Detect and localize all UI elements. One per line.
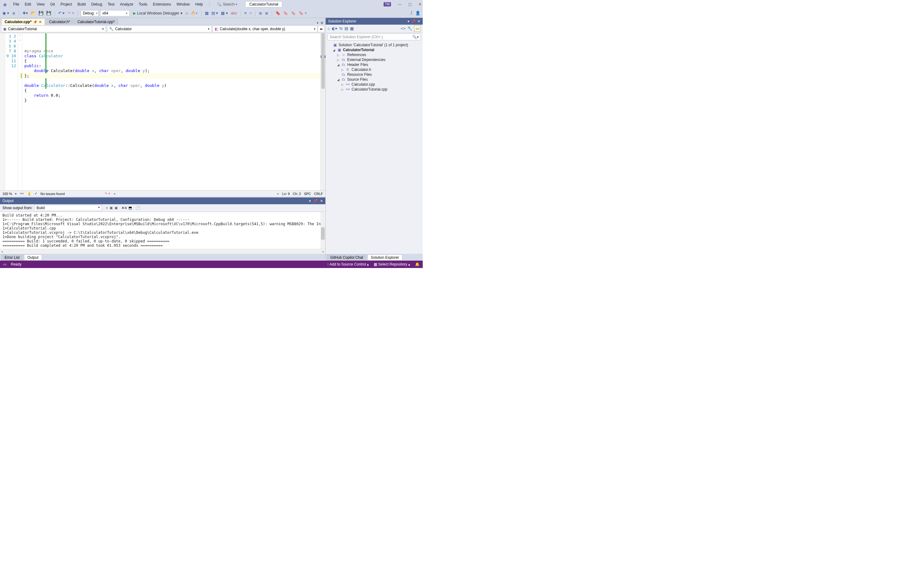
menu-analyze[interactable]: Analyze <box>119 1 134 8</box>
nav-left-icon[interactable]: ◂ <box>113 191 115 196</box>
tb-icon-1[interactable]: ▦ <box>204 11 209 15</box>
expand-icon[interactable]: ▷ <box>341 83 344 86</box>
output-source-combo[interactable]: Build▾ <box>34 205 102 211</box>
menu-tools[interactable]: Tools <box>138 1 148 8</box>
toggle-wrap-button[interactable]: ⬒ <box>129 206 132 210</box>
se-search-input[interactable]: Search Solution Explorer (Ctrl+;) 🔍▾ <box>328 34 421 40</box>
open-file-button[interactable]: 📂 <box>30 11 36 15</box>
menu-file[interactable]: File <box>12 1 20 8</box>
save-all-button[interactable]: 💾 <box>46 11 52 15</box>
collapse-icon[interactable]: ◢ <box>337 78 340 81</box>
minimize-button[interactable]: — <box>398 2 401 7</box>
nav-back-button[interactable]: ◉ ▾ <box>2 11 10 15</box>
start-no-debug-button[interactable]: ▷ <box>186 11 188 15</box>
menu-project[interactable]: Project <box>59 1 73 8</box>
close-tab-icon[interactable]: ✕ <box>39 20 41 24</box>
notifications-icon[interactable]: 🔔 <box>415 262 420 267</box>
switcher-icon[interactable]: ◐▾ <box>332 26 337 31</box>
tab-tutorial-cpp[interactable]: CalculatorTutorial.cpp* <box>74 18 118 25</box>
tb-icon-2[interactable]: ▤ ▾ <box>211 11 219 15</box>
goto-prev-button[interactable]: ≣ <box>110 206 113 210</box>
undo-button[interactable]: ↶ ▾ <box>58 11 66 15</box>
screwdriver-icon[interactable]: ✎ ▾ <box>105 191 110 196</box>
nav-right-icon[interactable]: ▸ <box>277 191 279 196</box>
member-combo[interactable]: ◧Calculate(double x, char oper, double y… <box>213 26 318 32</box>
menu-help[interactable]: Help <box>195 1 204 8</box>
platform-combo[interactable]: x64▾ <box>100 10 130 16</box>
pin-icon[interactable]: 📌 <box>314 199 318 203</box>
abc-icon[interactable]: abc <box>230 11 238 15</box>
close-panel-icon[interactable]: ✕ <box>417 20 420 23</box>
calculator-h-node[interactable]: ▷hCalculator.h <box>328 67 420 72</box>
resource-files-node[interactable]: 🗀Resource Files <box>328 72 420 77</box>
home-icon[interactable]: ⌂ <box>328 26 330 31</box>
lineending-indicator[interactable]: CRLF <box>314 192 323 196</box>
tab-calculator-h[interactable]: Calculator.h* <box>46 18 73 25</box>
close-button[interactable]: ✕ <box>418 2 421 7</box>
menu-view[interactable]: View <box>36 1 46 8</box>
split-editor-button[interactable]: ⬌ <box>318 26 324 32</box>
error-lens-icon[interactable]: 👓 <box>20 191 24 196</box>
goto-next-button[interactable]: ≣ <box>115 206 118 210</box>
indent-button[interactable]: ≣ <box>258 11 263 15</box>
tab-copilot-chat[interactable]: GitHub Copilot Chat <box>327 254 366 260</box>
tab-calculator-cpp[interactable]: Calculator.cpp* 📌 ✕ <box>1 18 45 25</box>
chevron-down-icon[interactable]: ▾ <box>15 192 16 195</box>
show-all-icon[interactable]: ▦ <box>350 26 354 31</box>
source-files-node[interactable]: ◢🗀Source Files <box>328 77 420 82</box>
code-editor[interactable]: 1 2 3 4 5 6 7 8 9 10 11 12 ˅ ˅ #pragma o… <box>0 33 325 190</box>
tab-overflow-icon[interactable]: ▾ <box>317 21 318 25</box>
scrollbar-thumb[interactable] <box>321 33 325 89</box>
expand-icon[interactable]: ▷ <box>337 58 340 62</box>
close-panel-icon[interactable]: ✕ <box>320 199 323 203</box>
output-scrollbar[interactable] <box>320 212 325 249</box>
quick-launch-search[interactable]: 🔍 Search ▾ <box>217 2 237 7</box>
menu-extensions[interactable]: Extensions <box>152 1 172 8</box>
live-share-icon[interactable]: ⤴ <box>410 11 413 15</box>
zoom-level[interactable]: 100 % <box>2 192 12 196</box>
fold-column[interactable]: ˅ ˅ <box>18 33 23 190</box>
tab-solution-explorer[interactable]: Solution Explorer <box>368 254 403 260</box>
bookmark-button[interactable]: 🔖 <box>275 11 281 15</box>
scope-combo[interactable]: ▣CalculatorTutorial▾ <box>1 26 106 32</box>
dropdown-icon[interactable]: ▾ <box>408 20 409 23</box>
references-node[interactable]: ▷▫▫References <box>328 53 420 57</box>
code-text[interactable]: #pragma onceclass Calculator{public: dou… <box>23 33 320 190</box>
menu-debug[interactable]: Debug <box>90 1 103 8</box>
tutorial-cpp-node[interactable]: ▷++CalculatorTutorial.cpp <box>328 87 420 92</box>
properties-icon[interactable]: 🔧 <box>407 26 412 31</box>
dropdown-icon[interactable]: ▾ <box>309 199 311 203</box>
tab-output[interactable]: Output <box>24 254 42 260</box>
output-text[interactable]: Build started at 4:20 PM... 1>------ Bui… <box>0 212 325 249</box>
output-h-scroll[interactable]: ◂▸ <box>0 249 325 254</box>
menu-build[interactable]: Build <box>77 1 87 8</box>
lightbulb-icon[interactable]: 💡 <box>27 191 31 196</box>
timestamp-button[interactable]: 🕐 <box>135 206 140 210</box>
maximize-button[interactable]: ▢ <box>408 2 412 7</box>
external-deps-node[interactable]: ▷🗀External Dependencies <box>328 57 420 62</box>
collapse-icon[interactable]: ◢ <box>337 63 340 66</box>
scrollbar-thumb[interactable] <box>321 227 325 240</box>
account-badge-icon[interactable]: TW <box>384 2 391 7</box>
clear-output-button[interactable]: ✕≡ <box>121 206 127 210</box>
class-combo[interactable]: 🔧Calculator▾ <box>107 26 212 32</box>
vertical-scrollbar[interactable] <box>320 33 325 190</box>
preview-icon[interactable]: ▭ <box>414 25 421 32</box>
project-node[interactable]: ◢▣CalculatorTutorial <box>328 48 420 53</box>
code-icon[interactable]: <> <box>401 26 406 31</box>
menu-edit[interactable]: Edit <box>24 1 32 8</box>
solution-node[interactable]: ▣Solution 'CalculatorTutorial' (1 of 1 p… <box>328 43 420 48</box>
collapse-icon[interactable]: ▤ <box>345 26 348 31</box>
add-to-source-control[interactable]: ↑ Add to Source Control ▴ <box>327 262 369 267</box>
expand-icon[interactable]: ▷ <box>337 53 340 57</box>
save-button[interactable]: 💾 <box>38 11 44 15</box>
select-repository[interactable]: ▦ Select Repository ▴ <box>374 262 410 267</box>
outdent-button[interactable]: ≣ <box>264 11 269 15</box>
new-item-button[interactable]: ✚▾ <box>22 11 29 15</box>
config-combo[interactable]: Debug▾ <box>81 10 99 16</box>
expand-icon[interactable]: ▷ <box>341 88 344 91</box>
expand-icon[interactable]: ▷ <box>341 68 344 71</box>
header-files-node[interactable]: ◢🗀Header Files <box>328 62 420 67</box>
tab-error-list[interactable]: Error List <box>1 254 23 260</box>
menu-git[interactable]: Git <box>49 1 56 8</box>
